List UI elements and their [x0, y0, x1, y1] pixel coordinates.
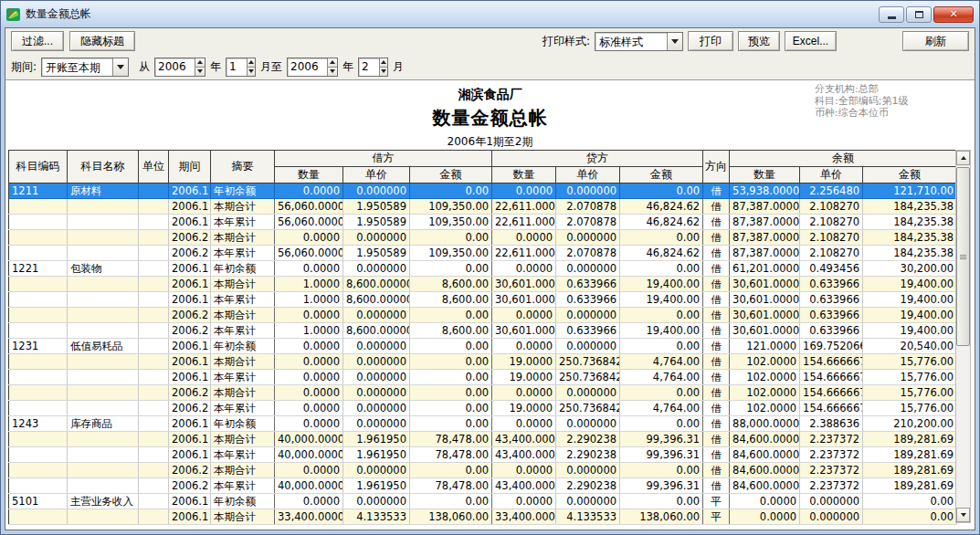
- table-row[interactable]: 2006.2本期合计0.00000.0000000.000.00000.0000…: [9, 230, 957, 246]
- table-row[interactable]: 2006.1本年累计40,000.00001.96195078,478.0043…: [9, 447, 957, 463]
- close-button[interactable]: ✕: [933, 6, 974, 23]
- spin-up-button[interactable]: [248, 58, 255, 68]
- month-from-spinner[interactable]: [226, 58, 256, 77]
- table-row[interactable]: 2006.2本年累计56,060.00001.950589109,350.002…: [9, 246, 957, 261]
- print-style-dropdown-button[interactable]: [667, 33, 682, 50]
- cell: 184,235.38: [863, 215, 957, 230]
- cell: 0.00: [620, 308, 703, 323]
- spin-up-button[interactable]: [380, 58, 387, 68]
- cell: 本年累计: [211, 246, 275, 261]
- restore-button[interactable]: [906, 6, 932, 23]
- cell: 本期合计: [211, 385, 275, 401]
- cell: 0.000000: [343, 385, 410, 401]
- table-row[interactable]: 2006.1本年累计0.00000.0000000.0019.0000250.7…: [9, 370, 957, 385]
- cell: 0.000000: [556, 463, 620, 478]
- cell: 年初余额: [211, 339, 275, 354]
- month-from-input[interactable]: [227, 58, 247, 76]
- cell: 2006.1: [169, 370, 211, 385]
- table-row[interactable]: 2006.2本期合计0.00000.0000000.000.00000.0000…: [9, 385, 957, 401]
- cell: 年初余额: [211, 184, 275, 199]
- cell: 2006.1: [169, 277, 211, 292]
- year-from-input[interactable]: [155, 58, 195, 76]
- period-combobox[interactable]: 开账至本期: [41, 58, 129, 77]
- table-row[interactable]: 1211原材料2006.1年初余额0.00000.0000000.000.000…: [9, 184, 957, 199]
- cell: 原材料: [68, 184, 139, 199]
- cell: 本年累计: [211, 447, 275, 463]
- table-row[interactable]: 1221包装物2006.1年初余额0.00000.0000000.000.000…: [9, 261, 957, 277]
- cell: 0.0000: [492, 308, 556, 323]
- table-row[interactable]: 1231低值易耗品2006.1年初余额0.00000.0000000.000.0…: [9, 339, 957, 354]
- table-row[interactable]: 2006.1本期合计33,400.00004.133533138,060.003…: [9, 509, 957, 525]
- table-row[interactable]: 2006.2本期合计0.00000.0000000.000.00000.0000…: [9, 308, 957, 323]
- table-row[interactable]: 2006.1本期合计0.00000.0000000.0019.0000250.7…: [9, 354, 957, 370]
- scrollbar-down-button[interactable]: [956, 508, 970, 522]
- col-header-amount: 金额: [620, 167, 703, 184]
- table-row[interactable]: 2006.2本年累计0.00000.0000000.0019.0000250.7…: [9, 401, 957, 416]
- close-icon: ✕: [949, 9, 957, 19]
- table-row[interactable]: 2006.1本期合计1.00008,600.0000008,600.0030,6…: [9, 277, 957, 292]
- app-icon: [6, 7, 21, 22]
- spin-up-button[interactable]: [328, 58, 337, 68]
- scrollbar-up-button[interactable]: [956, 151, 970, 165]
- print-button[interactable]: 打印: [688, 31, 733, 51]
- cell: 0.633966: [800, 292, 863, 308]
- table-row[interactable]: 2006.2本年累计1.00008,600.0000008,600.0030,6…: [9, 323, 957, 339]
- hide-title-button[interactable]: 隐藏标题: [69, 31, 135, 51]
- cell: 2006.1: [169, 292, 211, 308]
- year-to-spinner[interactable]: [287, 58, 338, 77]
- cell: 0.000000: [343, 261, 410, 277]
- cell: [68, 370, 139, 385]
- spin-down-button[interactable]: [380, 68, 387, 76]
- spin-down-button[interactable]: [248, 68, 255, 76]
- cell: 2006.2: [169, 401, 211, 416]
- cell: 84,600.0000: [730, 432, 800, 447]
- cell: 0.0000: [275, 308, 343, 323]
- month-to-spinner[interactable]: [358, 58, 388, 77]
- minimize-button[interactable]: [879, 6, 904, 23]
- cell: 2.237372: [800, 447, 863, 463]
- vertical-scrollbar[interactable]: [955, 150, 971, 523]
- cell: 0.000000: [343, 401, 410, 416]
- cell: 0.0000: [492, 184, 556, 199]
- cell: 46,824.62: [620, 215, 703, 230]
- col-header-price: 单价: [556, 167, 620, 184]
- cell: 2006.1: [169, 199, 211, 215]
- table-row[interactable]: 5101主营业务收入2006.1年初余额0.00000.0000000.000.…: [9, 494, 957, 509]
- spin-up-button[interactable]: [195, 58, 205, 68]
- cell: 30,601.0000: [492, 323, 556, 339]
- col-header-summary: 摘要: [211, 151, 275, 184]
- chevron-down-icon: [248, 69, 254, 73]
- cell: 2006.1: [169, 432, 211, 447]
- cell: 0.0000: [492, 230, 556, 246]
- cell: 102.0000: [730, 370, 800, 385]
- cell: 0.000000: [800, 494, 863, 509]
- table-row[interactable]: 2006.2本期合计0.00000.0000000.000.00000.0000…: [9, 463, 957, 478]
- year-to-input[interactable]: [288, 58, 327, 76]
- period-label: 期间:: [11, 59, 37, 75]
- cell: [68, 354, 139, 370]
- scrollbar-track[interactable]: [956, 165, 970, 508]
- table-row[interactable]: 2006.1本期合计40,000.00001.96195078,478.0043…: [9, 432, 957, 447]
- preview-button[interactable]: 预览: [738, 31, 780, 51]
- spin-down-button[interactable]: [328, 68, 337, 76]
- scrollbar-thumb[interactable]: [956, 167, 970, 346]
- refresh-button[interactable]: 刷新: [902, 31, 969, 51]
- spin-down-button[interactable]: [195, 68, 205, 76]
- table-row[interactable]: 2006.1本年累计1.00008,600.0000008,600.0030,6…: [9, 292, 957, 308]
- year-from-spinner[interactable]: [154, 58, 205, 77]
- excel-button[interactable]: Excel...: [785, 31, 837, 51]
- cell: 0.000000: [556, 416, 620, 432]
- cell: 61,201.0000: [730, 261, 800, 277]
- table-row[interactable]: 2006.1本年累计56,060.00001.950589109,350.002…: [9, 215, 957, 230]
- cell: 0.0000: [492, 463, 556, 478]
- cell: 250.736842: [556, 401, 620, 416]
- period-dropdown-button[interactable]: [112, 58, 128, 76]
- print-style-combobox[interactable]: 标准样式: [595, 32, 683, 51]
- table-row[interactable]: 1243库存商品2006.1年初余额0.00000.0000000.000.00…: [9, 416, 957, 432]
- table-row[interactable]: 2006.2本年累计40,000.00001.96195078,478.0043…: [9, 478, 957, 494]
- cell: 年初余额: [211, 494, 275, 509]
- table-row[interactable]: 2006.1本期合计56,060.00001.950589109,350.002…: [9, 199, 957, 215]
- cell: 102.0000: [730, 385, 800, 401]
- month-to-input[interactable]: [359, 58, 379, 76]
- filter-button[interactable]: 过滤...: [11, 31, 64, 51]
